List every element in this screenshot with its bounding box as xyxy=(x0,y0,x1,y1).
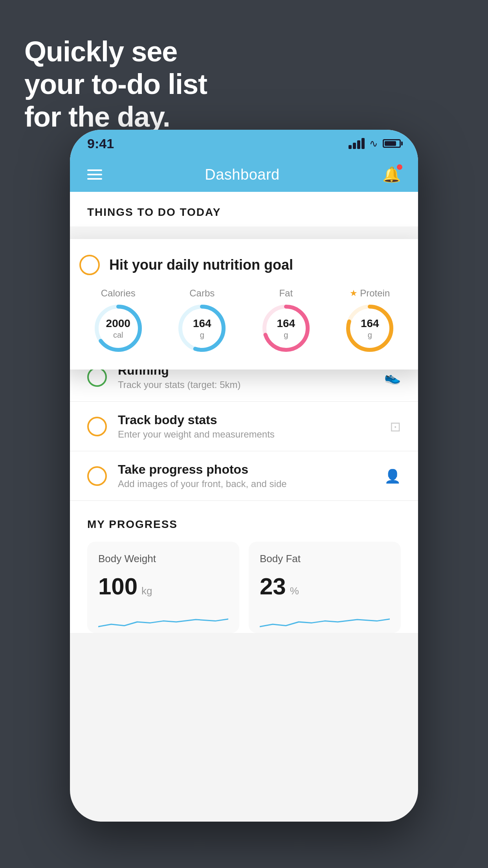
status-icons: ∿ xyxy=(349,138,401,150)
nutrition-item: Carbs 164 g xyxy=(176,288,227,354)
battery-icon xyxy=(383,139,401,148)
phone-content: THINGS TO DO TODAY Hit your daily nutrit… xyxy=(70,192,418,633)
status-time: 9:41 xyxy=(87,136,114,151)
nutrition-checkbox[interactable] xyxy=(79,255,100,275)
donut-unit: g xyxy=(277,330,295,340)
todo-title: Track body stats xyxy=(118,413,379,427)
donut-value: 164 xyxy=(361,317,379,330)
sparkline-chart xyxy=(260,608,390,631)
nutrition-items-row: Calories 2000 cal Carbs xyxy=(79,288,409,354)
nutrition-card: Hit your daily nutrition goal Calories 2… xyxy=(70,239,418,370)
progress-value: 23 xyxy=(260,573,286,600)
donut-center: 164 g xyxy=(193,317,211,340)
phone-scroll-area: THINGS TO DO TODAY Hit your daily nutrit… xyxy=(70,192,418,822)
progress-unit: % xyxy=(290,585,299,597)
todo-action-icon: 👟 xyxy=(384,369,401,385)
todo-checkbox[interactable] xyxy=(87,466,107,486)
todo-checkbox[interactable] xyxy=(87,417,107,436)
progress-card[interactable]: Body Weight 100 kg xyxy=(87,542,239,633)
headline: Quickly see your to-do list for the day. xyxy=(24,35,207,133)
todo-subtitle: Add images of your front, back, and side xyxy=(118,478,373,489)
donut-center: 164 g xyxy=(361,317,379,340)
donut-center: 164 g xyxy=(277,317,295,340)
progress-card[interactable]: Body Fat 23 % xyxy=(249,542,401,633)
nutrition-item: Fat 164 g xyxy=(261,288,312,354)
progress-value: 100 xyxy=(98,573,138,600)
status-bar: 9:41 ∿ xyxy=(70,130,418,157)
nav-title: Dashboard xyxy=(205,166,279,183)
nutrition-card-title: Hit your daily nutrition goal xyxy=(109,257,293,273)
nutrition-item: Calories 2000 cal xyxy=(93,288,144,354)
nutrition-label: ★Protein xyxy=(350,288,390,299)
todo-item[interactable]: Take progress photos Add images of your … xyxy=(70,451,418,501)
nutrition-label: Fat xyxy=(279,288,293,299)
todo-title: Take progress photos xyxy=(118,462,373,477)
donut-unit: g xyxy=(361,330,379,340)
donut-center: 2000 cal xyxy=(106,317,130,340)
todo-text: Track body stats Enter your weight and m… xyxy=(118,413,379,440)
todo-action-icon: ⊡ xyxy=(390,419,401,434)
todo-list: Running Track your stats (target: 5km) 👟… xyxy=(70,352,418,501)
wifi-icon: ∿ xyxy=(369,138,378,150)
progress-card-title: Body Weight xyxy=(98,553,228,565)
nutrition-label: Carbs xyxy=(189,288,215,299)
things-to-do-header: THINGS TO DO TODAY xyxy=(70,192,418,226)
nav-bar: Dashboard 🔔 xyxy=(70,157,418,192)
progress-card-title: Body Fat xyxy=(260,553,390,565)
donut-chart: 164 g xyxy=(344,303,395,354)
donut-value: 2000 xyxy=(106,317,130,330)
signal-icon xyxy=(349,138,365,149)
nutrition-label: Calories xyxy=(101,288,136,299)
todo-checkbox[interactable] xyxy=(87,367,107,387)
todo-text: Take progress photos Add images of your … xyxy=(118,462,373,489)
todo-subtitle: Enter your weight and measurements xyxy=(118,429,379,440)
headline-line2: your to-do list xyxy=(24,68,207,101)
todo-item[interactable]: Track body stats Enter your weight and m… xyxy=(70,402,418,451)
progress-value-row: 100 kg xyxy=(98,573,228,600)
donut-chart: 2000 cal xyxy=(93,303,144,354)
todo-subtitle: Track your stats (target: 5km) xyxy=(118,379,373,390)
phone-mockup: 9:41 ∿ Dashboard 🔔 xyxy=(70,130,418,822)
sparkline-chart xyxy=(98,608,228,631)
todo-action-icon: 👤 xyxy=(384,468,401,484)
progress-header: MY PROGRESS xyxy=(87,518,401,531)
hamburger-menu[interactable] xyxy=(87,169,102,180)
headline-line1: Quickly see xyxy=(24,35,207,68)
donut-value: 164 xyxy=(277,317,295,330)
notification-bell-icon[interactable]: 🔔 xyxy=(382,166,401,183)
donut-unit: g xyxy=(193,330,211,340)
donut-unit: cal xyxy=(106,330,130,340)
donut-value: 164 xyxy=(193,317,211,330)
progress-section: MY PROGRESS Body Weight 100 kg Body Fat … xyxy=(70,501,418,633)
progress-cards: Body Weight 100 kg Body Fat 23 % xyxy=(87,542,401,633)
headline-line3: for the day. xyxy=(24,101,207,133)
progress-unit: kg xyxy=(141,585,152,597)
card-title-row: Hit your daily nutrition goal xyxy=(79,255,409,275)
progress-value-row: 23 % xyxy=(260,573,390,600)
notification-dot xyxy=(397,164,402,170)
donut-chart: 164 g xyxy=(176,303,227,354)
nutrition-item: ★Protein 164 g xyxy=(344,288,395,354)
donut-chart: 164 g xyxy=(261,303,312,354)
